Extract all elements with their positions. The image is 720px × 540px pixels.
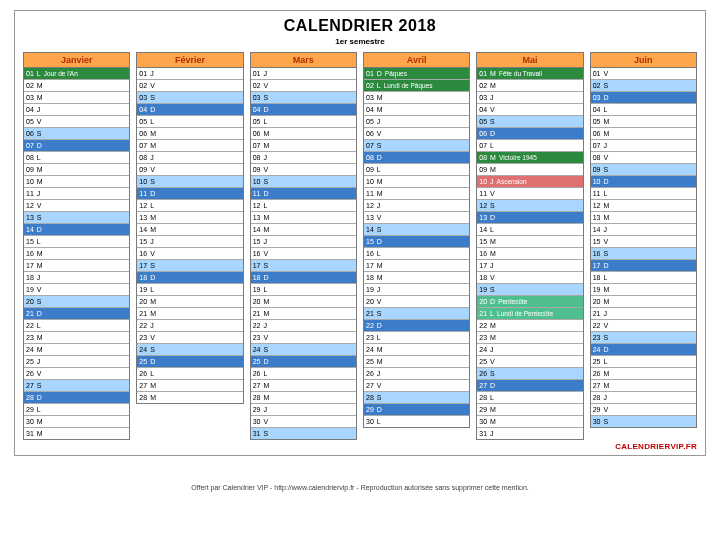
day-number: 05 xyxy=(593,116,601,127)
day-number: 05 xyxy=(366,116,374,127)
day-row: 04J xyxy=(24,104,129,116)
day-letter: D xyxy=(37,224,42,235)
day-row: 03M xyxy=(364,92,469,104)
day-number: 16 xyxy=(139,248,147,259)
day-number: 02 xyxy=(479,80,487,91)
day-letter: M xyxy=(263,140,269,151)
day-letter: M xyxy=(37,176,43,187)
day-number: 18 xyxy=(479,272,487,283)
day-number: 24 xyxy=(253,344,261,355)
day-row: 14M xyxy=(137,224,242,236)
day-number: 19 xyxy=(479,284,487,295)
day-letter: L xyxy=(490,308,494,319)
day-letter: S xyxy=(37,128,42,139)
day-number: 06 xyxy=(593,128,601,139)
day-number: 09 xyxy=(366,164,374,175)
day-row: 16M xyxy=(477,248,582,260)
day-number: 14 xyxy=(366,224,374,235)
day-number: 17 xyxy=(366,260,374,271)
month-header: Mars xyxy=(251,53,356,68)
day-row: 23M xyxy=(24,332,129,344)
day-number: 11 xyxy=(366,188,374,199)
day-letter: V xyxy=(603,236,608,247)
day-row: 19J xyxy=(364,284,469,296)
day-number: 12 xyxy=(253,200,261,211)
day-number: 26 xyxy=(139,368,147,379)
day-number: 19 xyxy=(593,284,601,295)
day-row: 26V xyxy=(24,368,129,380)
day-row: 25D xyxy=(137,356,242,368)
day-number: 13 xyxy=(253,212,261,223)
day-row: 02M xyxy=(477,80,582,92)
day-number: 13 xyxy=(479,212,487,223)
day-number: 28 xyxy=(253,392,261,403)
day-number: 22 xyxy=(479,320,487,331)
day-letter: M xyxy=(263,308,269,319)
day-number: 22 xyxy=(366,320,374,331)
day-letter: S xyxy=(377,308,382,319)
day-number: 04 xyxy=(253,104,261,115)
day-number: 23 xyxy=(593,332,601,343)
day-row: 02S xyxy=(591,80,696,92)
day-row: 01DPâques xyxy=(364,68,469,80)
day-number: 08 xyxy=(26,152,34,163)
day-row: 20DPentecôte xyxy=(477,296,582,308)
day-letter: V xyxy=(263,416,268,427)
day-number: 27 xyxy=(26,380,34,391)
day-letter: D xyxy=(603,92,608,103)
day-label: Pâques xyxy=(385,68,407,79)
day-row: 12S xyxy=(477,200,582,212)
day-letter: M xyxy=(490,320,496,331)
day-row: 31J xyxy=(477,428,582,439)
day-letter: M xyxy=(37,164,43,175)
day-row: 17J xyxy=(477,260,582,272)
day-row: 27M xyxy=(137,380,242,392)
day-row: 02M xyxy=(24,80,129,92)
day-letter: L xyxy=(603,356,607,367)
day-label: Ascension xyxy=(497,176,527,187)
day-letter: L xyxy=(263,284,267,295)
day-row: 29V xyxy=(591,404,696,416)
day-number: 21 xyxy=(139,308,147,319)
day-letter: L xyxy=(37,236,41,247)
month-header: Janvier xyxy=(24,53,129,68)
day-row: 17M xyxy=(24,260,129,272)
day-letter: M xyxy=(490,164,496,175)
day-letter: V xyxy=(377,128,382,139)
day-number: 03 xyxy=(366,92,374,103)
day-number: 07 xyxy=(253,140,261,151)
day-number: 06 xyxy=(139,128,147,139)
day-row: 05L xyxy=(137,116,242,128)
day-letter: V xyxy=(490,188,495,199)
day-row: 27D xyxy=(477,380,582,392)
day-letter: M xyxy=(603,368,609,379)
day-number: 02 xyxy=(593,80,601,91)
day-row: 04D xyxy=(137,104,242,116)
day-letter: J xyxy=(150,236,154,247)
day-number: 27 xyxy=(479,380,487,391)
day-row: 10JAscension xyxy=(477,176,582,188)
day-letter: M xyxy=(263,224,269,235)
day-letter: D xyxy=(263,272,268,283)
day-number: 28 xyxy=(479,392,487,403)
day-letter: L xyxy=(377,164,381,175)
day-row: 19L xyxy=(137,284,242,296)
day-letter: M xyxy=(603,296,609,307)
day-row: 30M xyxy=(477,416,582,428)
day-row: 11J xyxy=(24,188,129,200)
day-number: 29 xyxy=(26,404,34,415)
day-row: 09L xyxy=(364,164,469,176)
day-row: 06V xyxy=(364,128,469,140)
day-number: 08 xyxy=(479,152,487,163)
day-row: 01J xyxy=(137,68,242,80)
day-number: 28 xyxy=(26,392,34,403)
month-header: Mai xyxy=(477,53,582,68)
day-number: 02 xyxy=(253,80,261,91)
day-number: 01 xyxy=(26,68,34,79)
day-letter: J xyxy=(490,92,494,103)
day-letter: V xyxy=(603,320,608,331)
day-letter: L xyxy=(490,140,494,151)
day-number: 16 xyxy=(366,248,374,259)
day-number: 12 xyxy=(366,200,374,211)
day-number: 23 xyxy=(366,332,374,343)
